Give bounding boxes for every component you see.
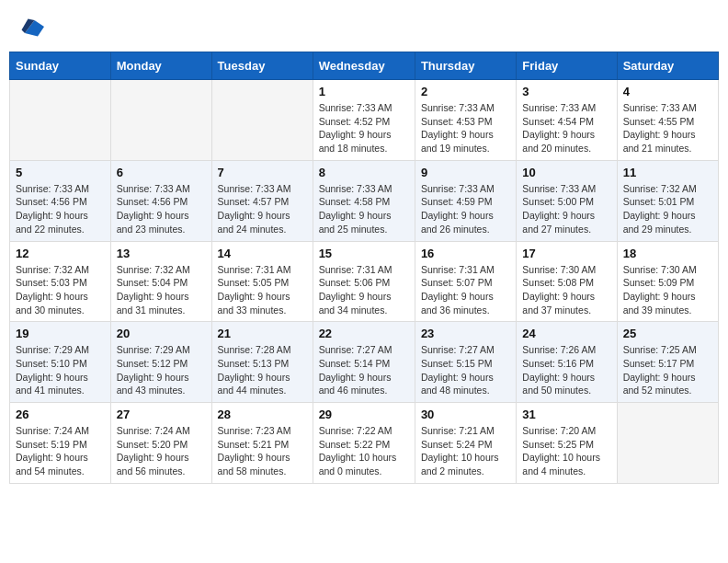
calendar-cell: 24Sunrise: 7:26 AMSunset: 5:16 PMDayligh…: [517, 322, 617, 403]
calendar-cell: 15Sunrise: 7:31 AMSunset: 5:06 PMDayligh…: [313, 241, 415, 322]
day-info: Sunrise: 7:33 AMSunset: 4:54 PMDaylight:…: [522, 101, 610, 155]
calendar-cell: 1Sunrise: 7:33 AMSunset: 4:52 PMDaylight…: [313, 80, 415, 161]
calendar-cell: 6Sunrise: 7:33 AMSunset: 4:56 PMDaylight…: [110, 160, 211, 241]
calendar-cell: [211, 80, 313, 161]
calendar-cell: 19Sunrise: 7:29 AMSunset: 5:10 PMDayligh…: [10, 322, 111, 403]
day-number: 14: [218, 247, 307, 260]
page-header: [9, 9, 719, 44]
day-info: Sunrise: 7:24 AMSunset: 5:20 PMDaylight:…: [117, 424, 206, 478]
calendar-cell: 22Sunrise: 7:27 AMSunset: 5:14 PMDayligh…: [313, 322, 415, 403]
day-number: 30: [421, 408, 510, 421]
calendar-cell: 9Sunrise: 7:33 AMSunset: 4:59 PMDaylight…: [415, 160, 516, 241]
calendar-cell: 26Sunrise: 7:24 AMSunset: 5:19 PMDayligh…: [10, 403, 111, 484]
day-number: 23: [421, 327, 510, 340]
day-info: Sunrise: 7:27 AMSunset: 5:15 PMDaylight:…: [421, 343, 510, 397]
calendar-cell: 12Sunrise: 7:32 AMSunset: 5:03 PMDayligh…: [10, 241, 111, 322]
day-number: 22: [319, 327, 409, 340]
day-info: Sunrise: 7:31 AMSunset: 5:06 PMDaylight:…: [319, 263, 409, 317]
day-number: 28: [218, 408, 307, 421]
day-number: 29: [319, 408, 409, 421]
day-number: 2: [421, 85, 510, 98]
day-number: 31: [522, 408, 610, 421]
weekday-header-sunday: Sunday: [10, 52, 111, 80]
day-info: Sunrise: 7:33 AMSunset: 4:58 PMDaylight:…: [319, 182, 409, 236]
day-info: Sunrise: 7:33 AMSunset: 4:59 PMDaylight:…: [421, 182, 510, 236]
day-info: Sunrise: 7:32 AMSunset: 5:04 PMDaylight:…: [117, 263, 206, 317]
calendar-cell: 23Sunrise: 7:27 AMSunset: 5:15 PMDayligh…: [415, 322, 516, 403]
day-number: 15: [319, 247, 409, 260]
day-info: Sunrise: 7:26 AMSunset: 5:16 PMDaylight:…: [522, 343, 610, 397]
calendar-cell: 18Sunrise: 7:30 AMSunset: 5:09 PMDayligh…: [617, 241, 718, 322]
day-number: 10: [522, 166, 610, 179]
day-info: Sunrise: 7:33 AMSunset: 4:56 PMDaylight:…: [117, 182, 206, 236]
day-number: 27: [117, 408, 206, 421]
day-info: Sunrise: 7:22 AMSunset: 5:22 PMDaylight:…: [319, 424, 409, 478]
day-info: Sunrise: 7:33 AMSunset: 5:00 PMDaylight:…: [522, 182, 610, 236]
day-info: Sunrise: 7:20 AMSunset: 5:25 PMDaylight:…: [522, 424, 610, 478]
calendar-cell: 7Sunrise: 7:33 AMSunset: 4:57 PMDaylight…: [211, 160, 313, 241]
day-number: 1: [319, 85, 409, 98]
day-number: 25: [623, 327, 712, 340]
calendar-week-5: 26Sunrise: 7:24 AMSunset: 5:19 PMDayligh…: [10, 403, 719, 484]
weekday-header-saturday: Saturday: [617, 52, 718, 80]
day-info: Sunrise: 7:30 AMSunset: 5:08 PMDaylight:…: [522, 263, 610, 317]
weekday-header-friday: Friday: [517, 52, 617, 80]
calendar-week-2: 5Sunrise: 7:33 AMSunset: 4:56 PMDaylight…: [10, 160, 719, 241]
weekday-header-wednesday: Wednesday: [313, 52, 415, 80]
day-number: 19: [16, 327, 105, 340]
calendar-cell: 5Sunrise: 7:33 AMSunset: 4:56 PMDaylight…: [10, 160, 111, 241]
logo: [18, 14, 48, 40]
day-info: Sunrise: 7:33 AMSunset: 4:57 PMDaylight:…: [218, 182, 307, 236]
calendar-week-3: 12Sunrise: 7:32 AMSunset: 5:03 PMDayligh…: [10, 241, 719, 322]
calendar-cell: [110, 80, 211, 161]
calendar-cell: 20Sunrise: 7:29 AMSunset: 5:12 PMDayligh…: [110, 322, 211, 403]
day-number: 20: [117, 327, 206, 340]
calendar-cell: 13Sunrise: 7:32 AMSunset: 5:04 PMDayligh…: [110, 241, 211, 322]
day-number: 18: [623, 247, 712, 260]
calendar-cell: 31Sunrise: 7:20 AMSunset: 5:25 PMDayligh…: [517, 403, 617, 484]
day-info: Sunrise: 7:25 AMSunset: 5:17 PMDaylight:…: [623, 343, 712, 397]
day-number: 12: [16, 247, 105, 260]
calendar-cell: 29Sunrise: 7:22 AMSunset: 5:22 PMDayligh…: [313, 403, 415, 484]
day-info: Sunrise: 7:30 AMSunset: 5:09 PMDaylight:…: [623, 263, 712, 317]
calendar-cell: 16Sunrise: 7:31 AMSunset: 5:07 PMDayligh…: [415, 241, 516, 322]
day-info: Sunrise: 7:29 AMSunset: 5:12 PMDaylight:…: [117, 343, 206, 397]
calendar-week-4: 19Sunrise: 7:29 AMSunset: 5:10 PMDayligh…: [10, 322, 719, 403]
day-number: 9: [421, 166, 510, 179]
calendar-cell: 10Sunrise: 7:33 AMSunset: 5:00 PMDayligh…: [517, 160, 617, 241]
day-info: Sunrise: 7:29 AMSunset: 5:10 PMDaylight:…: [16, 343, 105, 397]
calendar-cell: 17Sunrise: 7:30 AMSunset: 5:08 PMDayligh…: [517, 241, 617, 322]
day-number: 24: [522, 327, 610, 340]
weekday-header-thursday: Thursday: [415, 52, 516, 80]
day-info: Sunrise: 7:33 AMSunset: 4:56 PMDaylight:…: [16, 182, 105, 236]
day-info: Sunrise: 7:33 AMSunset: 4:53 PMDaylight:…: [421, 101, 510, 155]
day-info: Sunrise: 7:23 AMSunset: 5:21 PMDaylight:…: [218, 424, 307, 478]
day-number: 4: [623, 85, 712, 98]
calendar-cell: [10, 80, 111, 161]
calendar-cell: [617, 403, 718, 484]
day-info: Sunrise: 7:31 AMSunset: 5:05 PMDaylight:…: [218, 263, 307, 317]
day-info: Sunrise: 7:21 AMSunset: 5:24 PMDaylight:…: [421, 424, 510, 478]
day-info: Sunrise: 7:24 AMSunset: 5:19 PMDaylight:…: [16, 424, 105, 478]
day-number: 7: [218, 166, 307, 179]
calendar-cell: 14Sunrise: 7:31 AMSunset: 5:05 PMDayligh…: [211, 241, 313, 322]
calendar-week-1: 1Sunrise: 7:33 AMSunset: 4:52 PMDaylight…: [10, 80, 719, 161]
day-number: 3: [522, 85, 610, 98]
calendar-cell: 4Sunrise: 7:33 AMSunset: 4:55 PMDaylight…: [617, 80, 718, 161]
calendar-cell: 3Sunrise: 7:33 AMSunset: 4:54 PMDaylight…: [517, 80, 617, 161]
day-info: Sunrise: 7:31 AMSunset: 5:07 PMDaylight:…: [421, 263, 510, 317]
day-number: 11: [623, 166, 712, 179]
weekday-header-tuesday: Tuesday: [211, 52, 313, 80]
day-number: 13: [117, 247, 206, 260]
weekday-header-row: SundayMondayTuesdayWednesdayThursdayFrid…: [10, 52, 719, 80]
day-info: Sunrise: 7:32 AMSunset: 5:03 PMDaylight:…: [16, 263, 105, 317]
calendar-cell: 11Sunrise: 7:32 AMSunset: 5:01 PMDayligh…: [617, 160, 718, 241]
day-number: 16: [421, 247, 510, 260]
calendar-cell: 2Sunrise: 7:33 AMSunset: 4:53 PMDaylight…: [415, 80, 516, 161]
day-number: 21: [218, 327, 307, 340]
calendar-cell: 21Sunrise: 7:28 AMSunset: 5:13 PMDayligh…: [211, 322, 313, 403]
calendar-table: SundayMondayTuesdayWednesdayThursdayFrid…: [9, 52, 719, 484]
day-info: Sunrise: 7:32 AMSunset: 5:01 PMDaylight:…: [623, 182, 712, 236]
day-number: 5: [16, 166, 105, 179]
calendar-cell: 8Sunrise: 7:33 AMSunset: 4:58 PMDaylight…: [313, 160, 415, 241]
